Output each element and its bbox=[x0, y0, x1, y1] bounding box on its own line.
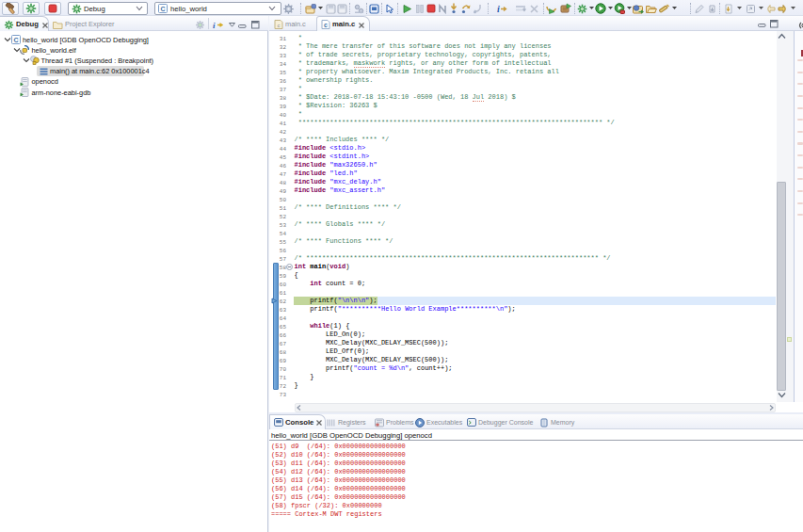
svg-text:C: C bbox=[160, 6, 165, 12]
svg-text:i: i bbox=[213, 21, 216, 30]
svg-text:C: C bbox=[13, 37, 18, 43]
svg-text:i: i bbox=[497, 4, 500, 14]
svg-text:c: c bbox=[278, 23, 281, 28]
svg-text:c: c bbox=[324, 22, 328, 28]
